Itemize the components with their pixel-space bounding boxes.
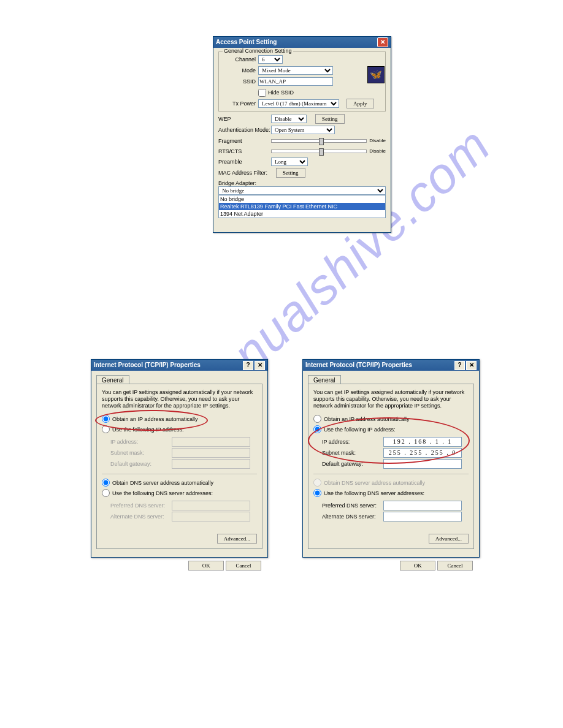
use-ip-radio[interactable] — [102, 425, 110, 433]
bridge-dropdown-list[interactable]: No bridge Realtek RTL8139 Family PCI Fas… — [218, 195, 386, 218]
wep-select[interactable]: Disable — [271, 115, 307, 123]
pref-dns-input — [172, 501, 250, 510]
advanced-button[interactable]: Advanced... — [429, 534, 469, 544]
cancel-button[interactable]: Cancel — [437, 561, 473, 571]
hide-ssid-checkbox[interactable] — [258, 89, 266, 97]
bridge-opt-realtek[interactable]: Realtek RTL8139 Family PCI Fast Ethernet… — [219, 203, 385, 210]
channel-select[interactable]: 6 — [258, 55, 283, 64]
ip-address-input[interactable]: 192 . 168 . 1 . 1 — [383, 437, 462, 447]
use-dns-radio[interactable] — [313, 489, 321, 497]
rtscts-label: RTS/CTS — [218, 148, 271, 154]
pref-dns-input[interactable] — [383, 501, 462, 510]
use-ip-radio[interactable] — [313, 425, 321, 433]
subnet-input[interactable]: 255 . 255 . 255 . 0 — [383, 448, 462, 458]
apply-button[interactable]: Apply — [347, 99, 374, 108]
gateway-input — [172, 459, 250, 469]
access-point-dialog: Access Point Setting ✕ General Connectio… — [213, 36, 391, 233]
subnet-label: Subnet mask: — [322, 450, 383, 456]
tcpip-dialog-left: Internet Protocol (TCP/IP) Properties ?✕… — [91, 359, 268, 558]
hide-ssid-label: Hide SSID — [268, 89, 294, 96]
help-icon[interactable]: ? — [454, 361, 465, 370]
mode-label: Mode — [221, 67, 256, 74]
cancel-button[interactable]: Cancel — [226, 561, 261, 571]
advanced-button[interactable]: Advanced... — [217, 534, 257, 544]
tcpip-title: Internet Protocol (TCP/IP) Properties — [305, 360, 412, 371]
alt-dns-input[interactable] — [383, 512, 462, 521]
tcpip-title: Internet Protocol (TCP/IP) Properties — [94, 360, 201, 371]
ip-address-label: IP address: — [322, 439, 383, 445]
pref-dns-label: Preferred DNS server: — [322, 502, 383, 509]
gateway-input[interactable] — [383, 459, 462, 469]
bridge-label: Bridge Adapter: — [218, 180, 386, 186]
intro-text: You can get IP settings assigned automat… — [102, 389, 257, 409]
intro-text: You can get IP settings assigned automat… — [313, 389, 469, 409]
obtain-ip-label: Obtain an IP address automatically — [112, 416, 197, 422]
obtain-dns-label: Obtain DNS server address automatically — [324, 480, 425, 486]
use-dns-label: Use the following DNS server addresses: — [112, 490, 213, 496]
fragment-label: Fragment — [218, 138, 271, 144]
obtain-dns-radio — [313, 479, 321, 487]
mac-filter-label: MAC Address Filter: — [218, 170, 271, 176]
ssid-label: SSID — [221, 78, 256, 85]
mode-select[interactable]: Mixed Mode — [258, 66, 333, 75]
auth-label: Authentication Mode: — [218, 127, 271, 133]
alt-dns-input — [172, 512, 250, 521]
obtain-ip-label: Obtain an IP address automatically — [324, 416, 409, 422]
use-ip-label: Use the following IP address: — [324, 427, 395, 433]
obtain-dns-radio[interactable] — [102, 479, 110, 487]
obtain-ip-radio[interactable] — [313, 415, 321, 423]
bridge-opt-nobridge[interactable]: No bridge — [219, 195, 385, 203]
use-dns-radio[interactable] — [102, 489, 110, 497]
preamble-label: Preamble — [218, 159, 271, 165]
ssid-input[interactable] — [258, 77, 333, 86]
subnet-label: Subnet mask: — [110, 450, 172, 456]
obtain-ip-radio[interactable] — [102, 415, 110, 423]
ip-address-input — [172, 437, 250, 447]
ok-button[interactable]: OK — [400, 561, 435, 571]
gateway-label: Default gateway: — [322, 461, 383, 467]
use-dns-label: Use the following DNS server addresses: — [324, 490, 424, 496]
txpower-label: Tx Power — [221, 100, 256, 107]
ok-button[interactable]: OK — [188, 561, 224, 571]
wep-label: WEP — [218, 116, 271, 122]
preamble-select[interactable]: Long — [271, 157, 308, 166]
fragment-disable: Disable — [369, 138, 386, 143]
rtscts-slider[interactable] — [271, 150, 367, 153]
general-connection-legend: General Connection Setting — [223, 48, 293, 54]
rtscts-disable: Disable — [369, 148, 386, 154]
alt-dns-label: Alternate DNS server: — [322, 514, 383, 520]
txpower-select[interactable]: Level 0 (17 dbm) (Maximum Po — [258, 99, 339, 108]
tcpip-dialog-right: Internet Protocol (TCP/IP) Properties ?✕… — [302, 359, 480, 558]
fragment-slider[interactable] — [271, 139, 367, 143]
ip-address-label: IP address: — [110, 439, 172, 445]
tab-general[interactable]: General — [308, 375, 341, 384]
bridge-select[interactable]: No bridge — [218, 186, 386, 195]
auth-select[interactable]: Open System — [271, 126, 335, 134]
wep-setting-button[interactable]: Setting — [315, 114, 345, 124]
obtain-dns-label: Obtain DNS server address automatically — [112, 480, 213, 486]
mac-setting-button[interactable]: Setting — [276, 168, 305, 178]
close-icon[interactable]: ✕ — [466, 361, 477, 370]
subnet-input — [172, 448, 250, 458]
ap-title: Access Point Setting — [216, 37, 277, 48]
pref-dns-label: Preferred DNS server: — [110, 502, 172, 509]
tab-general[interactable]: General — [96, 375, 129, 384]
bridge-opt-1394[interactable]: 1394 Net Adapter — [219, 210, 385, 218]
close-icon[interactable]: ✕ — [255, 361, 265, 370]
channel-label: Channel — [221, 56, 256, 63]
use-ip-label: Use the following IP address: — [112, 427, 183, 433]
gateway-label: Default gateway: — [110, 461, 172, 467]
help-icon[interactable]: ? — [243, 361, 253, 370]
alt-dns-label: Alternate DNS server: — [110, 514, 172, 520]
close-icon[interactable]: ✕ — [377, 37, 388, 47]
